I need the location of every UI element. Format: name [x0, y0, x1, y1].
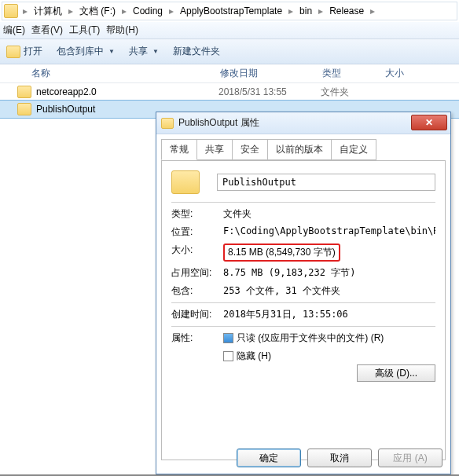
- toolbar-share[interactable]: 共享 ▼: [129, 45, 159, 58]
- value-contains: 253 个文件, 31 个文件夹: [223, 284, 435, 298]
- chevron-down-icon: ▼: [108, 48, 115, 55]
- tab-security[interactable]: 安全: [232, 139, 268, 160]
- chevron-right-icon[interactable]: ▸: [67, 5, 75, 16]
- apply-button[interactable]: 应用 (A): [378, 449, 442, 467]
- chevron-right-icon[interactable]: ▸: [21, 5, 29, 16]
- chevron-right-icon[interactable]: ▸: [120, 5, 128, 16]
- value-created: 2018年5月31日, 13:55:06: [223, 308, 435, 321]
- list-header: 名称 修改日期 类型 大小: [0, 64, 459, 83]
- crumb-folder[interactable]: Release: [325, 4, 369, 18]
- menu-edit[interactable]: 编(E): [3, 24, 25, 37]
- chevron-right-icon[interactable]: ▸: [287, 5, 295, 16]
- checkbox-readonly-label: 只读 (仅应用于文件夹中的文件) (R): [237, 331, 384, 345]
- close-button[interactable]: ✕: [411, 115, 447, 130]
- label-size: 大小:: [171, 243, 223, 262]
- toolbar-include-library[interactable]: 包含到库中 ▼: [57, 45, 115, 58]
- label-type: 类型:: [171, 207, 223, 221]
- menu-view[interactable]: 查看(V): [31, 24, 63, 37]
- chevron-right-icon[interactable]: ▸: [167, 5, 175, 16]
- value-size: 8.15 MB (8,549,730 字节): [223, 243, 435, 262]
- col-size[interactable]: 大小: [385, 67, 432, 80]
- label-attributes: 属性:: [171, 331, 223, 382]
- divider: [171, 202, 435, 203]
- tab-strip: 常规 共享 安全 以前的版本 自定义: [161, 139, 446, 160]
- file-type: 文件夹: [321, 86, 384, 99]
- value-location: F:\Coding\ApplyBootstrapTemplate\bin\Rel…: [223, 225, 435, 239]
- toolbar: 打开 包含到库中 ▼ 共享 ▼ 新建文件夹: [0, 39, 459, 64]
- toolbar-new-folder[interactable]: 新建文件夹: [173, 45, 220, 58]
- dialog-titlebar[interactable]: PublishOutput 属性 ✕: [156, 112, 450, 134]
- close-icon: ✕: [425, 117, 433, 128]
- divider: [171, 302, 435, 303]
- folder-icon: [17, 86, 31, 98]
- toolbar-open[interactable]: 打开: [6, 45, 42, 58]
- tab-share[interactable]: 共享: [196, 139, 233, 160]
- advanced-button[interactable]: 高级 (D)...: [357, 364, 435, 382]
- tab-panel-general: 类型:文件夹 位置:F:\Coding\ApplyBootstrapTempla…: [161, 160, 446, 460]
- tab-previous-versions[interactable]: 以前的版本: [267, 139, 332, 160]
- crumb-folder[interactable]: Coding: [128, 4, 167, 18]
- crumb-folder[interactable]: bin: [295, 4, 317, 18]
- ok-button[interactable]: 确定: [237, 449, 301, 467]
- checkbox-icon: [223, 351, 233, 361]
- col-name[interactable]: 名称: [0, 67, 220, 80]
- col-date[interactable]: 修改日期: [220, 67, 322, 80]
- chevron-right-icon[interactable]: ▸: [317, 5, 325, 16]
- toolbar-open-label: 打开: [24, 45, 42, 58]
- crumb-drive[interactable]: 文档 (F:): [75, 3, 120, 20]
- checkbox-icon: [223, 333, 233, 343]
- dialog-title: PublishOutput 属性: [178, 116, 259, 130]
- properties-dialog: PublishOutput 属性 ✕ 常规 共享 安全 以前的版本 自定义 类型…: [156, 112, 451, 474]
- label-location: 位置:: [171, 225, 223, 239]
- checkbox-readonly[interactable]: 只读 (仅应用于文件夹中的文件) (R): [223, 331, 435, 345]
- file-name: netcoreapp2.0: [36, 86, 218, 97]
- label-created: 创建时间:: [171, 308, 223, 321]
- checkbox-hidden-label: 隐藏 (H): [237, 350, 271, 363]
- divider: [171, 326, 435, 327]
- folder-name-input[interactable]: [217, 174, 435, 191]
- label-size-on-disk: 占用空间:: [171, 266, 223, 280]
- col-type[interactable]: 类型: [322, 67, 385, 80]
- value-type: 文件夹: [223, 207, 435, 221]
- size-highlight: 8.15 MB (8,549,730 字节): [223, 243, 340, 262]
- list-item[interactable]: netcoreapp2.0 2018/5/31 13:55 文件夹: [0, 83, 459, 101]
- dialog-button-row: 确定 取消 应用 (A): [237, 449, 442, 467]
- menu-tools[interactable]: 工具(T): [69, 24, 100, 37]
- address-bar[interactable]: ▸ 计算机 ▸ 文档 (F:) ▸ Coding ▸ ApplyBootstra…: [2, 2, 457, 20]
- open-icon: [6, 46, 20, 58]
- chevron-down-icon: ▼: [152, 48, 159, 55]
- crumb-computer[interactable]: 计算机: [29, 3, 67, 20]
- folder-icon: [17, 103, 31, 115]
- menu-help[interactable]: 帮助(H): [106, 24, 138, 37]
- label-contains: 包含:: [171, 284, 223, 298]
- chevron-right-icon[interactable]: ▸: [369, 5, 376, 16]
- folder-icon: [4, 4, 18, 18]
- toolbar-include-label: 包含到库中: [57, 45, 104, 58]
- value-size-on-disk: 8.75 MB (9,183,232 字节): [223, 266, 435, 280]
- toolbar-share-label: 共享: [129, 45, 148, 58]
- crumb-folder[interactable]: ApplyBootstrapTemplate: [175, 4, 287, 18]
- tab-general[interactable]: 常规: [161, 139, 197, 160]
- file-date: 2018/5/31 13:55: [218, 86, 321, 97]
- folder-icon: [161, 118, 174, 129]
- cancel-button[interactable]: 取消: [307, 449, 372, 467]
- folder-icon: [171, 170, 200, 194]
- menu-bar: 编(E) 查看(V) 工具(T) 帮助(H): [0, 22, 459, 39]
- tab-custom[interactable]: 自定义: [331, 139, 376, 160]
- checkbox-hidden[interactable]: 隐藏 (H): [223, 350, 435, 363]
- toolbar-newfolder-label: 新建文件夹: [173, 45, 220, 58]
